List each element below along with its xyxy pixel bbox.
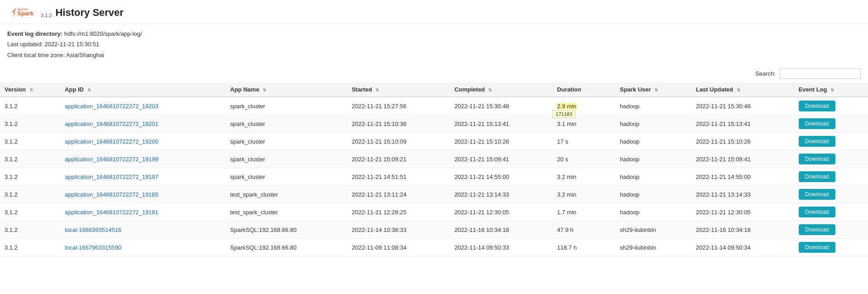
cell-completed: 2022-11-14 09:50:33 [450, 239, 553, 256]
cell-event-log: Download [794, 133, 868, 150]
download-button[interactable]: Download [799, 207, 835, 217]
col-version[interactable]: Version ⇅ [0, 82, 60, 97]
cell-app-id: local-1667963315590 [60, 239, 225, 256]
cell-app-name: SparkSQL:192.168.66.80 [225, 221, 347, 239]
cell-duration: 2.9 min171183 [552, 97, 615, 115]
col-app-name[interactable]: App Name ⇅ [225, 82, 347, 97]
cell-duration: 118.7 h [552, 239, 615, 256]
cell-spark-user: hadoop [615, 168, 691, 186]
cell-completed: 2022-11-16 10:34:18 [450, 221, 553, 239]
svg-text:Spark: Spark [17, 10, 34, 17]
timezone-line: Client local time zone: Asia/Shanghai [7, 50, 861, 60]
cell-spark-user: sh29-liubinbin [615, 239, 691, 256]
cell-app-name: spark_cluster [225, 133, 347, 150]
app-id-link[interactable]: local-1667963315590 [65, 244, 121, 251]
cell-version: 3.1.2 [0, 239, 60, 256]
cell-completed: 2022-11-21 12:30:05 [450, 203, 553, 221]
sort-icon-version: ⇅ [29, 87, 33, 92]
cell-version: 3.1.2 [0, 221, 60, 239]
app-id-link[interactable]: application_1646810722272_19201 [65, 120, 158, 127]
col-event-log[interactable]: Event Log ⇅ [794, 82, 868, 97]
cell-event-log: Download [794, 97, 868, 115]
col-app-id[interactable]: App ID ⇅ [60, 82, 225, 97]
last-updated-label: Last updated: [7, 41, 43, 48]
last-updated-line: Last updated: 2022-11-21 15:30:51 [7, 39, 861, 49]
cell-app-id: local-1668393514516 [60, 221, 225, 239]
download-button[interactable]: Download [799, 171, 835, 182]
cell-spark-user: hadoop [615, 115, 691, 133]
cell-duration: 17 s [552, 133, 615, 150]
download-button[interactable]: Download [799, 136, 835, 147]
table-body: 3.1.2application_1646810722272_19203spar… [0, 97, 868, 256]
cell-spark-user: hadoop [615, 186, 691, 203]
table-row: 3.1.2application_1646810722272_19185test… [0, 186, 868, 203]
cell-started: 2022-11-09 11:08:34 [347, 239, 450, 256]
cell-completed: 2022-11-21 13:14:33 [450, 186, 553, 203]
cell-app-name: test_spark_cluster [225, 203, 347, 221]
sort-icon-appname: ⇅ [263, 87, 266, 92]
cell-last-updated: 2022-11-21 15:30:48 [691, 97, 794, 115]
timezone-value: Asia/Shanghai [66, 52, 104, 58]
table-row: 3.1.2application_1646810722272_19201spar… [0, 115, 868, 133]
event-log-value: hdfs://m1:8020/spark/app-log/ [64, 30, 142, 37]
cell-started: 2022-11-21 15:27:56 [347, 97, 450, 115]
cell-version: 3.1.2 [0, 150, 60, 168]
event-log-label: Event log directory: [7, 30, 62, 37]
app-id-link[interactable]: local-1668393514516 [65, 227, 121, 233]
download-button[interactable]: Download [799, 242, 835, 253]
cell-last-updated: 2022-11-21 15:10:26 [691, 133, 794, 150]
cell-spark-user: hadoop [615, 97, 691, 115]
table-row: 3.1.2application_1646810722272_19197spar… [0, 168, 868, 186]
cell-last-updated: 2022-11-21 12:30:05 [691, 203, 794, 221]
cell-app-name: SparkSQL:192.168.66.80 [225, 239, 347, 256]
download-button[interactable]: Download [799, 101, 835, 111]
cell-started: 2022-11-21 12:28:25 [347, 203, 450, 221]
download-button[interactable]: Download [799, 224, 835, 235]
cell-app-id: application_1646810722272_19203 [60, 97, 225, 115]
cell-app-id: application_1646810722272_19181 [60, 203, 225, 221]
cell-app-name: test_spark_cluster [225, 186, 347, 203]
logo-area: Spark Apache 3.1.2 [7, 5, 52, 20]
download-button[interactable]: Download [799, 154, 835, 164]
download-button[interactable]: Download [799, 118, 835, 129]
cell-event-log: Download [794, 168, 868, 186]
cell-version: 3.1.2 [0, 115, 60, 133]
cell-completed: 2022-11-21 15:09:41 [450, 150, 553, 168]
cell-version: 3.1.2 [0, 168, 60, 186]
cell-duration: 3.2 min [552, 186, 615, 203]
cell-last-updated: 2022-11-16 10:34:18 [691, 221, 794, 239]
app-id-link[interactable]: application_1646810722272_19199 [65, 156, 158, 163]
table-row: 3.1.2application_1646810722272_19200spar… [0, 133, 868, 150]
cell-app-name: spark_cluster [225, 150, 347, 168]
cell-last-updated: 2022-11-21 15:13:41 [691, 115, 794, 133]
col-last-updated[interactable]: Last Updated ⇅ [691, 82, 794, 97]
sort-icon-lastupdated: ⇅ [737, 87, 740, 92]
cell-app-id: application_1646810722272_19199 [60, 150, 225, 168]
cell-completed: 2022-11-21 15:10:26 [450, 133, 553, 150]
col-completed[interactable]: Completed ⇅ [450, 82, 553, 97]
app-id-link[interactable]: application_1646810722272_19203 [65, 103, 158, 110]
col-started[interactable]: Started ⇅ [347, 82, 450, 97]
sort-icon-started: ⇅ [375, 87, 379, 92]
table-row: 3.1.2application_1646810722272_19203spar… [0, 97, 868, 115]
last-updated-value: 2022-11-21 15:30:51 [44, 41, 99, 48]
cell-app-id: application_1646810722272_19201 [60, 115, 225, 133]
col-spark-user[interactable]: Spark User ⇅ [615, 82, 691, 97]
app-id-link[interactable]: application_1646810722272_19185 [65, 191, 158, 198]
cell-started: 2022-11-14 10:38:33 [347, 221, 450, 239]
search-input[interactable] [779, 68, 861, 79]
cell-spark-user: hadoop [615, 150, 691, 168]
cell-last-updated: 2022-11-21 15:09:41 [691, 150, 794, 168]
cell-version: 3.1.2 [0, 203, 60, 221]
cell-app-name: spark_cluster [225, 115, 347, 133]
table-row: 3.1.2application_1646810722272_19181test… [0, 203, 868, 221]
app-id-link[interactable]: application_1646810722272_19200 [65, 138, 158, 145]
cell-completed: 2022-11-21 15:30:48 [450, 97, 553, 115]
col-duration[interactable]: Duration ↓ [552, 82, 615, 97]
app-id-link[interactable]: application_1646810722272_19181 [65, 209, 158, 216]
cell-completed: 2022-11-21 14:55:00 [450, 168, 553, 186]
cell-version: 3.1.2 [0, 133, 60, 150]
app-id-link[interactable]: application_1646810722272_19197 [65, 174, 158, 180]
download-button[interactable]: Download [799, 189, 835, 200]
cell-duration: 20 s [552, 150, 615, 168]
